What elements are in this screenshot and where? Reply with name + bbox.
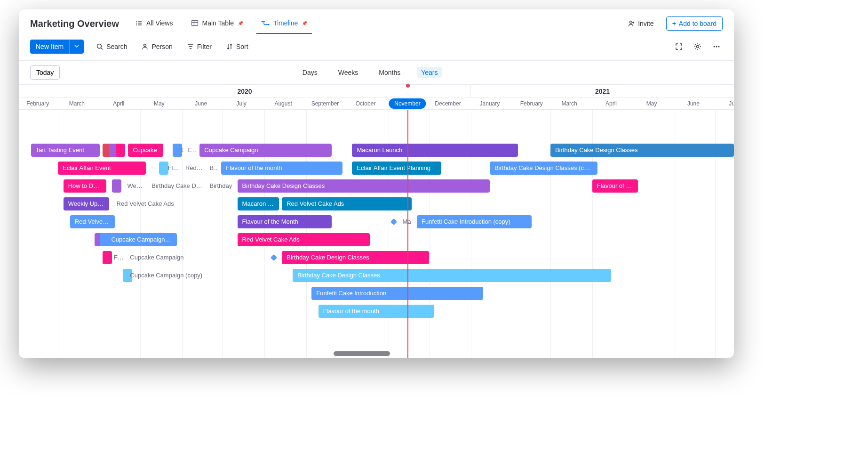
scale-years[interactable]: Years xyxy=(417,67,441,78)
timeline-bar[interactable]: Ma xyxy=(401,215,417,228)
chevron-down-icon[interactable] xyxy=(69,40,84,54)
pin-icon: 📌 xyxy=(238,21,243,26)
timeline-bar[interactable]: Flavou xyxy=(166,162,182,175)
timeline-bar[interactable]: Cupcake Campaign xyxy=(199,144,332,157)
scale-weeks[interactable]: Weeks xyxy=(334,67,362,78)
timeline-bar[interactable]: Birthday Cake Design Classes xyxy=(282,251,429,264)
timeline-bar[interactable]: Tart Tasting Event xyxy=(31,144,100,157)
dots-icon xyxy=(712,42,721,51)
toolbar: New Item Search Person Filter Sort xyxy=(19,33,734,61)
timeline-bar[interactable]: Funfetti Cake Introduction xyxy=(311,287,483,300)
timeline-bar[interactable] xyxy=(103,251,112,264)
expand-icon xyxy=(675,42,683,51)
scale-days[interactable]: Days xyxy=(299,67,321,78)
filter-button[interactable]: Filter xyxy=(185,41,214,52)
timeline-bar[interactable]: Red Velvet Cake Ads xyxy=(282,197,411,210)
timeline-bar[interactable]: Flavour of the month xyxy=(319,305,435,318)
timeline-bar[interactable]: Weekl xyxy=(126,179,146,193)
sort-label: Sort xyxy=(236,43,248,50)
timeline-bar[interactable]: Flavour of the Month xyxy=(238,215,332,228)
settings-button[interactable] xyxy=(692,40,704,53)
year-strip: 20202021 xyxy=(19,84,734,97)
timeline-bar[interactable]: Red Velvet Cake Ads xyxy=(238,233,370,246)
search-button[interactable]: Search xyxy=(94,41,129,52)
milestone-diamond[interactable] xyxy=(271,254,277,261)
timeline-bar[interactable]: Macaron Launch Pa xyxy=(238,197,279,210)
timeline-bar[interactable]: Eclair Affair Event Planning xyxy=(352,162,441,175)
timeline-canvas[interactable]: Tart Tasting EventCupcakeBirEclaCupcake … xyxy=(19,110,734,358)
timeline-bar[interactable]: Cupcake Campaign xyxy=(128,251,194,264)
month-label: February xyxy=(520,97,543,110)
today-button[interactable]: Today xyxy=(30,65,60,80)
plus-icon: + xyxy=(672,20,676,27)
timeline-bar[interactable]: Eclair Affair Event xyxy=(58,162,145,175)
month-label: August xyxy=(274,97,292,110)
timeline-bar[interactable]: Cupcake Campaign (copy) xyxy=(128,269,207,282)
view-tab-label: Timeline xyxy=(273,19,298,27)
svg-point-5 xyxy=(144,44,146,47)
today-marker-icon xyxy=(406,84,410,88)
month-label: April xyxy=(113,97,124,110)
month-label: March xyxy=(561,97,577,110)
timeline-bar[interactable]: Cupcake xyxy=(128,144,163,157)
view-tab-main-table[interactable]: Main Table 📌 xyxy=(186,13,248,34)
person-plus-icon xyxy=(628,20,635,27)
timeline-bar[interactable]: Flavour of the xyxy=(592,179,638,193)
month-label: January xyxy=(480,97,500,110)
person-icon xyxy=(141,43,149,50)
month-label: October xyxy=(356,97,376,110)
timeline-bar[interactable]: Birthday Cake Design Classes (copy) xyxy=(490,162,597,175)
scale-group: DaysWeeksMonthsYears xyxy=(299,67,442,78)
month-label: February xyxy=(26,97,49,110)
timeline-bar[interactable]: Red Velvet Cake Ads xyxy=(115,197,194,210)
invite-label: Invite xyxy=(638,20,653,27)
month-label: July xyxy=(237,97,247,110)
timeline-bar[interactable]: How to Decora xyxy=(64,179,107,193)
milestone-diamond[interactable] xyxy=(390,218,397,225)
view-tab-label: Main Table xyxy=(202,19,234,27)
view-tab-all[interactable]: All Views xyxy=(130,13,178,34)
filter-icon xyxy=(187,43,194,50)
horizontal-scroll-thumb[interactable] xyxy=(334,351,390,356)
timeline-bar[interactable]: Birthday Cake Design Classes xyxy=(293,269,611,282)
timeline-bar[interactable]: Weekly Update xyxy=(64,197,110,210)
more-button[interactable] xyxy=(710,40,723,53)
month-label: June xyxy=(195,97,207,110)
timeline-bar[interactable]: Funfetti Cake Introduction (copy) xyxy=(417,215,532,228)
timeline-bar[interactable]: Cupcake Campaign (copy xyxy=(106,233,176,246)
timeline-bar[interactable]: Flav xyxy=(112,251,126,264)
svg-point-8 xyxy=(716,46,717,48)
timeline-bar[interactable]: Red Velvet Ca xyxy=(70,215,115,228)
person-label: Person xyxy=(151,43,172,50)
timeline-bar[interactable]: Birthday Cake Desig xyxy=(150,179,205,193)
board-window: Marketing Overview All Views Main Table … xyxy=(19,9,734,358)
year-label: 2020 xyxy=(19,85,470,97)
view-tab-timeline[interactable]: Timeline 📌 xyxy=(256,13,312,34)
timeline-bar[interactable]: Birthday Cake Design Classes xyxy=(550,144,734,157)
pin-icon: 📌 xyxy=(302,21,307,26)
timeline-bar[interactable] xyxy=(116,144,125,157)
month-label: May xyxy=(646,97,657,110)
timeline-bar[interactable]: Bir xyxy=(179,144,183,157)
month-label: June xyxy=(687,97,700,110)
table-icon xyxy=(191,19,199,27)
timeline-bar[interactable]: Red Ve xyxy=(183,162,205,175)
person-filter-button[interactable]: Person xyxy=(139,41,174,52)
add-to-board-label: Add to board xyxy=(679,20,717,27)
scale-months[interactable]: Months xyxy=(375,67,404,78)
new-item-button[interactable]: New Item xyxy=(30,40,84,54)
timeline-bar[interactable] xyxy=(112,179,121,193)
timeline-bar[interactable]: Birthday xyxy=(208,179,235,193)
add-to-board-button[interactable]: + Add to board xyxy=(666,16,723,31)
sort-button[interactable]: Sort xyxy=(224,41,250,52)
timeline-bar[interactable]: Birthday Cake Design Classes xyxy=(238,179,490,193)
fullscreen-button[interactable] xyxy=(673,40,685,53)
month-label: March xyxy=(69,97,85,110)
timeline-bar[interactable]: Bir xyxy=(208,162,219,175)
timeline-bar[interactable]: Ecla xyxy=(186,144,197,157)
sort-icon xyxy=(226,43,233,50)
invite-button[interactable]: Invite xyxy=(624,17,657,30)
timeline-bar[interactable]: Macaron Launch xyxy=(352,144,518,157)
timeline-bar[interactable]: Flavour of the month xyxy=(221,162,342,175)
new-item-label: New Item xyxy=(30,40,69,54)
